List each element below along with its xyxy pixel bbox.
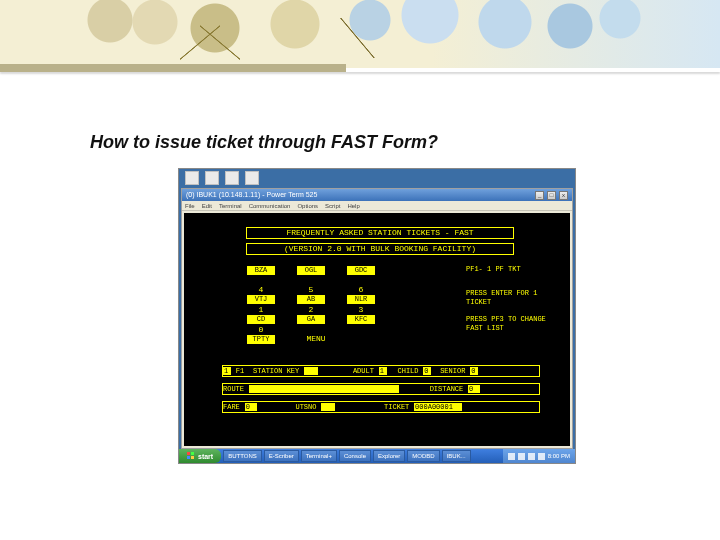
window-titlebar[interactable]: (0) IBUK1 (10.148.1.11) - Power Term 525… (182, 189, 572, 201)
key-num: 1 (246, 305, 276, 314)
key-num: 2 (296, 305, 326, 314)
hint-pf3: PRESS PF3 TO CHANGE FAST LIST (466, 315, 558, 333)
station-key[interactable]: AB (297, 295, 325, 304)
key-num: 0 (246, 325, 276, 334)
fare-label: FARE (223, 403, 240, 411)
maximize-button[interactable]: □ (547, 191, 556, 200)
start-button[interactable]: start (179, 449, 221, 463)
station-key[interactable]: OGL (297, 266, 325, 275)
distance-label: DISTANCE (430, 385, 464, 393)
taskbar-item[interactable]: IBUK... (442, 450, 471, 462)
terminal-screen: FREQUENTLY ASKED STATION TICKETS - FAST … (184, 213, 570, 446)
menu-item[interactable]: Script (325, 203, 340, 209)
key-num: 5 (296, 285, 326, 294)
station-key[interactable]: VTJ (247, 295, 275, 304)
key-num: 6 (346, 285, 376, 294)
station-key[interactable]: CD (247, 315, 275, 324)
ticket-label: TICKET (384, 403, 409, 411)
row-fare: FARE 0 UTSNO TICKET 000A00001 (222, 401, 540, 413)
route-label: ROUTE (223, 385, 244, 393)
menu-item[interactable]: Terminal (219, 203, 242, 209)
route-input[interactable] (249, 385, 399, 393)
tray-icon[interactable] (538, 453, 545, 460)
menu-label: MENU (296, 334, 336, 343)
term-header-2: (VERSION 2.0 WITH BULK BOOKING FACILITY) (246, 243, 514, 255)
key-num: 3 (346, 305, 376, 314)
station-key[interactable]: GDC (347, 266, 375, 275)
taskbar-item[interactable]: Console (339, 450, 371, 462)
menu-item[interactable]: File (185, 203, 195, 209)
xp-screenshot: (0) IBUK1 (10.148.1.11) - Power Term 525… (178, 168, 576, 464)
taskbar: start BUTTONS E-Scriber Terminal+ Consol… (179, 449, 575, 463)
taskbar-item[interactable]: Explorer (373, 450, 405, 462)
row-station: 1 F1 STATION KEY ADULT 1 CHILD 0 SENIOR … (222, 365, 540, 377)
windows-icon (187, 452, 195, 460)
tray-icon[interactable] (508, 453, 515, 460)
hint-enter: PRESS ENTER FOR 1 TICKET (466, 289, 558, 307)
hint-pf1: PF1- 1 PF TKT (466, 265, 558, 274)
station-key[interactable]: TPTY (247, 335, 275, 344)
f1-val[interactable]: 1 (223, 367, 231, 375)
menu-bar: File Edit Terminal Communication Options… (182, 201, 572, 211)
desktop-icon[interactable] (245, 171, 259, 185)
term-header-1: FREQUENTLY ASKED STATION TICKETS - FAST (246, 227, 514, 239)
tray-icon[interactable] (518, 453, 525, 460)
senior-label: SENIOR (440, 367, 465, 375)
child-label: CHILD (398, 367, 419, 375)
menu-item[interactable]: Help (347, 203, 359, 209)
taskbar-item[interactable]: E-Scriber (264, 450, 299, 462)
taskbar-item[interactable]: BUTTONS (223, 450, 262, 462)
system-tray: 8:00 PM (503, 449, 575, 463)
ticket-value: 000A00001 (414, 403, 462, 411)
key-num: 4 (246, 285, 276, 294)
utsno-label: UTSNO (295, 403, 316, 411)
desktop-icon[interactable] (225, 171, 239, 185)
child-input[interactable]: 0 (423, 367, 431, 375)
station-key[interactable]: NLR (347, 295, 375, 304)
terminal-window: (0) IBUK1 (10.148.1.11) - Power Term 525… (181, 188, 573, 449)
utsno-input[interactable] (321, 403, 335, 411)
taskbar-item[interactable]: MODBD (407, 450, 439, 462)
senior-input[interactable]: 0 (470, 367, 478, 375)
minimize-button[interactable]: _ (535, 191, 544, 200)
decorative-banner (0, 0, 720, 68)
clock: 8:00 PM (548, 453, 570, 459)
f1-label: F1 (236, 367, 244, 375)
menu-item[interactable]: Options (297, 203, 318, 209)
tray-icon[interactable] (528, 453, 535, 460)
station-key-input[interactable] (304, 367, 318, 375)
window-title: (0) IBUK1 (10.148.1.11) - Power Term 525 (186, 189, 317, 201)
distance-input[interactable]: 0 (468, 385, 480, 393)
station-key[interactable]: KFC (347, 315, 375, 324)
close-button[interactable]: x (559, 191, 568, 200)
taskbar-item[interactable]: Terminal+ (301, 450, 337, 462)
menu-item[interactable]: Communication (249, 203, 291, 209)
station-key[interactable]: GA (297, 315, 325, 324)
adult-input[interactable]: 1 (379, 367, 387, 375)
slide-title: How to issue ticket through FAST Form? (90, 132, 438, 153)
start-label: start (198, 453, 213, 460)
menu-item[interactable]: Edit (202, 203, 212, 209)
adult-label: ADULT (353, 367, 374, 375)
desktop-icon[interactable] (185, 171, 199, 185)
window-controls: _ □ x (534, 189, 568, 201)
desktop-icons (179, 169, 575, 187)
fare-input[interactable]: 0 (245, 403, 257, 411)
station-key-label: STATION KEY (253, 367, 299, 375)
desktop-icon[interactable] (205, 171, 219, 185)
row-route: ROUTE DISTANCE 0 (222, 383, 540, 395)
station-key[interactable]: BZA (247, 266, 275, 275)
